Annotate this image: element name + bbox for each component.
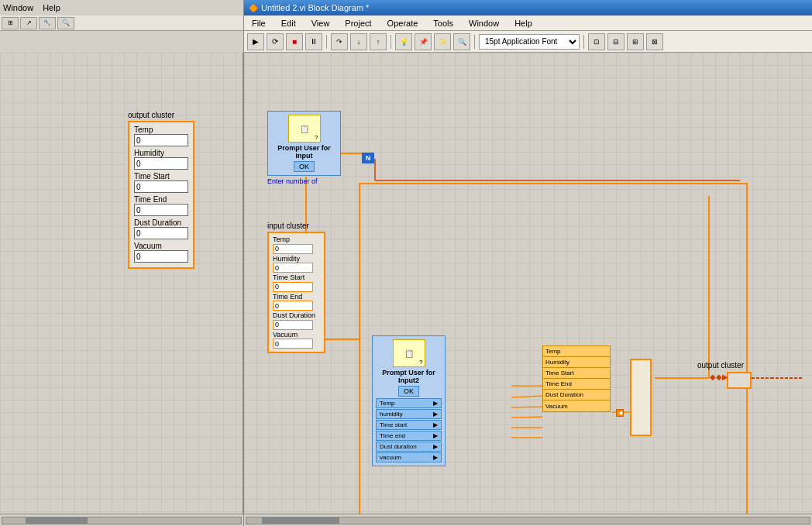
p2-out-dust: Dust duration▶ — [376, 442, 442, 452]
field-humidity-input[interactable] — [134, 157, 188, 170]
highlight-button[interactable]: 💡 — [395, 33, 412, 50]
left-tb-btn1[interactable]: ⊞ — [2, 17, 19, 29]
terminal-left-indicator: ◀ — [616, 409, 624, 417]
extra-btn2[interactable]: ⊠ — [646, 33, 663, 50]
menu-view[interactable]: View — [308, 18, 333, 29]
align-left-button[interactable]: ⊡ — [588, 33, 605, 50]
menu-project[interactable]: Project — [342, 18, 374, 29]
ic-humidity-label: Humidity — [273, 255, 320, 263]
cluster-connect-box — [630, 359, 652, 436]
retain-wire-button[interactable]: 📌 — [415, 33, 432, 50]
field-time-start-input[interactable] — [134, 180, 188, 193]
field-dust-duration: Dust Duration — [134, 218, 188, 239]
prompt2-ok[interactable]: OK — [398, 386, 419, 397]
menu-edit[interactable]: Edit — [278, 18, 299, 29]
font-selector[interactable]: 15pt Application Font — [479, 34, 580, 50]
term-temp: Temp — [543, 346, 610, 357]
step-over-button[interactable]: ↷ — [331, 33, 348, 50]
n-terminal: N — [362, 153, 374, 163]
prompt1-title: Prompt User for Input — [271, 144, 337, 160]
ic-timestart-label: Time Start — [273, 273, 320, 281]
left-tb-btn3[interactable]: 🔧 — [39, 17, 56, 29]
left-menu-help[interactable]: Help — [43, 3, 60, 12]
ic-temp: Temp — [273, 235, 320, 254]
p2-out-humidity: humidity▶ — [376, 409, 442, 419]
input-cluster-block: input cluster Temp Humidity Time Start — [267, 222, 325, 353]
term-timestart: Time Start — [543, 368, 610, 379]
output-terminals-box: Temp Humidity Time Start Time End Dust D… — [542, 346, 611, 412]
prompt-node-top: 📋 ? Prompt User for Input OK Enter numbe… — [267, 111, 341, 185]
input-cluster-label: input cluster — [267, 222, 325, 230]
ic-temp-input[interactable] — [273, 244, 313, 254]
abort-button[interactable]: ■ — [286, 33, 303, 50]
title-bar-title: Untitled 2.vi Block Diagram * — [261, 3, 369, 12]
prompt2-title: Prompt User for Input2 — [376, 369, 442, 384]
field-vacuum: Vacuum — [134, 242, 188, 263]
p2-out-vacuum: vacuum▶ — [376, 452, 442, 462]
ic-vacuum-input[interactable] — [273, 339, 313, 349]
prompt1-icon: 📋 ? — [288, 115, 321, 143]
left-tb-btn4[interactable]: 🔍 — [57, 17, 74, 29]
field-time-end: Time End — [134, 195, 188, 216]
step-into-button[interactable]: ↓ — [350, 33, 367, 50]
wire-arrows: ◆◆▶ — [710, 373, 728, 381]
field-humidity-label: Humidity — [134, 149, 188, 157]
p2-out-timestart: Time start▶ — [376, 420, 442, 430]
output-cluster-panel: output cluster Temp Humidity Time Start — [128, 111, 194, 269]
left-h-scrollbar[interactable] — [2, 517, 242, 524]
menu-help[interactable]: Help — [511, 18, 535, 29]
left-tb-btn2[interactable]: ↗ — [20, 17, 37, 29]
ic-dust-input[interactable] — [273, 320, 313, 330]
step-out-button[interactable]: ↑ — [370, 33, 387, 50]
title-bar-icon: 🔶 — [249, 4, 258, 12]
ic-timeend: Time End — [273, 293, 320, 311]
menu-window[interactable]: Window — [466, 18, 502, 29]
extra-btn1[interactable]: ⊞ — [627, 33, 644, 50]
field-time-end-input[interactable] — [134, 204, 188, 216]
right-h-scrollbar[interactable] — [246, 517, 810, 524]
ic-humidity: Humidity — [273, 255, 320, 273]
output-cluster-right-box — [727, 372, 752, 389]
ic-timestart-input[interactable] — [273, 282, 313, 292]
field-temp-label: Temp — [134, 125, 188, 134]
term-vacuum: Vacuum — [543, 401, 610, 411]
field-temp: Temp — [134, 125, 188, 146]
prompt1-ok[interactable]: OK — [294, 161, 315, 172]
search-button[interactable]: 🔍 — [453, 33, 470, 50]
term-dust: Dust Duration — [543, 390, 610, 401]
field-time-start: Time Start — [134, 172, 188, 193]
ic-timeend-label: Time End — [273, 293, 320, 301]
menu-file[interactable]: File — [249, 18, 269, 29]
left-menu-window[interactable]: Window — [3, 3, 33, 12]
field-time-start-label: Time Start — [134, 172, 188, 180]
ic-dust: Dust Duration — [273, 311, 320, 330]
align-right-button[interactable]: ⊟ — [607, 33, 624, 50]
menu-tools[interactable]: Tools — [430, 18, 456, 29]
output-cluster-right-label: output cluster — [697, 361, 744, 370]
field-dust-duration-label: Dust Duration — [134, 218, 188, 227]
prompt2-icon: 📋 ? — [393, 339, 425, 367]
run-cont-button[interactable]: ⟳ — [267, 33, 284, 50]
field-vacuum-label: Vacuum — [134, 242, 188, 250]
prompt1-enter-label: Enter number of — [267, 177, 341, 185]
pause-button[interactable]: ⏸ — [305, 33, 322, 50]
field-temp-input[interactable] — [134, 134, 188, 146]
ic-humidity-input[interactable] — [273, 263, 313, 273]
ic-vacuum: Vacuum — [273, 331, 320, 349]
output-cluster-label: output cluster — [128, 111, 194, 119]
ic-dust-label: Dust Duration — [273, 311, 320, 319]
term-humidity: Humidity — [543, 357, 610, 368]
field-vacuum-input[interactable] — [134, 250, 188, 263]
p2-out-temp: Temp▶ — [376, 398, 442, 408]
field-humidity: Humidity — [134, 149, 188, 170]
p2-out-timeend: Time end▶ — [376, 431, 442, 441]
ic-timeend-input[interactable] — [273, 301, 313, 311]
menu-operate[interactable]: Operate — [384, 18, 421, 29]
field-time-end-label: Time End — [134, 195, 188, 204]
field-dust-duration-input[interactable] — [134, 227, 188, 239]
run-button[interactable]: ▶ — [247, 33, 264, 50]
cleanup-button[interactable]: ✨ — [434, 33, 451, 50]
ic-timestart: Time Start — [273, 273, 320, 292]
ic-vacuum-label: Vacuum — [273, 331, 320, 339]
prompt-node2: 📋 ? Prompt User for Input2 OK Temp▶ humi… — [372, 335, 446, 466]
